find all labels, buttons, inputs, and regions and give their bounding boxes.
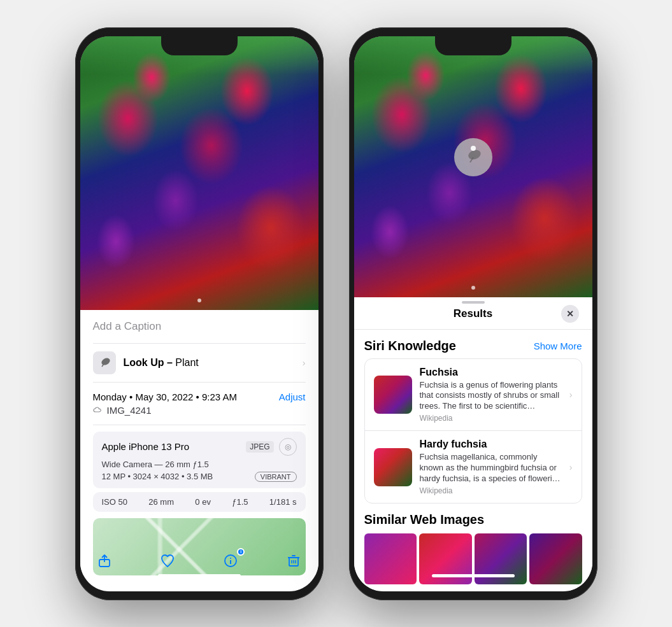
- lookup-chevron-icon: ›: [303, 358, 306, 368]
- hardy-name: Hardy fuchsia: [420, 439, 562, 450]
- info-button[interactable]: [219, 549, 242, 572]
- bottom-toolbar: [80, 549, 318, 572]
- right-screen: Results ✕ Siri Knowledge Show More: [354, 36, 592, 591]
- flower-background: [80, 36, 318, 310]
- lookup-label: Look Up – Plant: [124, 357, 199, 369]
- results-title: Results: [454, 307, 492, 320]
- device-row: Apple iPhone 13 Pro JPEG ◎ Wide Camera —…: [93, 432, 306, 488]
- camera-spec: Wide Camera — 26 mm ƒ1.5: [102, 460, 297, 469]
- filename-text: IMG_4241: [107, 405, 152, 416]
- vibrant-badge: VIBRANT: [255, 472, 297, 482]
- resolution-text: 12 MP • 3024 × 4032 • 3.5 MB: [102, 472, 213, 481]
- fuchsia-thumb-img: [374, 376, 412, 414]
- device-name: Apple iPhone 13 Pro: [102, 441, 190, 452]
- favorite-button[interactable]: [156, 549, 179, 572]
- location-icon: ◎: [279, 438, 297, 456]
- device-badges: JPEG ◎: [246, 438, 296, 456]
- photo-page-dot: [197, 299, 201, 302]
- device-top: Apple iPhone 13 Pro JPEG ◎: [102, 438, 297, 456]
- siri-knowledge-section: Siri Knowledge Show More Fuchsia Fuchsia…: [354, 330, 592, 504]
- left-screen: Add a Caption Look Up – Plant › Monday •…: [80, 36, 318, 591]
- exif-iso: ISO 50: [102, 497, 127, 507]
- resolution-row: 12 MP • 3024 × 4032 • 3.5 MB VIBRANT: [102, 472, 297, 482]
- left-phone: Add a Caption Look Up – Plant › Monday •…: [75, 27, 324, 600]
- fuchsia-name: Fuchsia: [420, 367, 562, 378]
- delete-button[interactable]: [282, 549, 305, 572]
- info-icon: [223, 553, 238, 568]
- right-phone: Results ✕ Siri Knowledge Show More: [349, 27, 597, 600]
- fuchsia-source: Wikipedia: [420, 414, 562, 423]
- show-more-button[interactable]: Show More: [534, 341, 582, 351]
- fuchsia-chevron-icon: ›: [569, 390, 573, 400]
- results-header: Results ✕: [354, 297, 592, 330]
- notch-right: [435, 36, 511, 55]
- similar-img-4[interactable]: [529, 533, 582, 584]
- home-bar-left: [158, 574, 241, 577]
- siri-bubble: [454, 138, 492, 176]
- home-bar-right: [432, 574, 515, 577]
- hardy-desc: Fuchsia magellanica, commonly known as t…: [420, 452, 562, 484]
- siri-dot: [471, 146, 476, 151]
- close-button[interactable]: ✕: [561, 305, 579, 323]
- lookup-icon-wrap: [93, 351, 116, 374]
- caption-area[interactable]: Add a Caption: [93, 310, 306, 344]
- exif-aperture: ƒ1.5: [232, 497, 248, 507]
- svg-point-0: [100, 356, 111, 367]
- info-panel: Add a Caption Look Up – Plant › Monday •…: [80, 310, 318, 575]
- fuchsia-thumbnail: [374, 376, 412, 414]
- svg-point-6: [230, 558, 231, 559]
- siri-leaf-icon: [464, 148, 482, 166]
- exif-mm: 26 mm: [148, 497, 174, 507]
- caption-placeholder: Add a Caption: [93, 320, 162, 332]
- knowledge-item-hardy[interactable]: Hardy fuchsia Fuchsia magellanica, commo…: [365, 431, 582, 503]
- format-badge: JPEG: [246, 441, 273, 453]
- exif-row: ISO 50 26 mm 0 ev ƒ1.5 1/181 s: [93, 492, 306, 512]
- fuchsia-desc: Fuchsia is a genus of flowering plants t…: [420, 380, 562, 412]
- leaf-icon: [98, 356, 111, 369]
- results-panel: Results ✕ Siri Knowledge Show More: [354, 297, 592, 591]
- share-icon: [97, 553, 112, 568]
- filename-row: IMG_4241: [93, 405, 306, 416]
- cloud-icon: [93, 406, 103, 414]
- fuchsia-text: Fuchsia Fuchsia is a genus of flowering …: [420, 367, 562, 423]
- drag-handle: [462, 301, 485, 304]
- trash-icon: [286, 553, 301, 568]
- hardy-thumb-img: [374, 448, 412, 486]
- knowledge-item-fuchsia[interactable]: Fuchsia Fuchsia is a genus of flowering …: [365, 359, 582, 432]
- photo-area-right: [354, 36, 592, 297]
- photo-area-left: [80, 36, 318, 310]
- heart-icon: [160, 553, 175, 568]
- lookup-row[interactable]: Look Up – Plant ›: [93, 344, 306, 383]
- exif-shutter: 1/181 s: [269, 497, 297, 507]
- notch: [161, 36, 238, 55]
- share-button[interactable]: [93, 549, 116, 572]
- hardy-source: Wikipedia: [420, 486, 562, 495]
- similar-web-title: Similar Web Images: [364, 504, 582, 533]
- hardy-thumbnail: [374, 448, 412, 486]
- photo-page-dot-right: [471, 286, 475, 290]
- meta-row: Monday • May 30, 2022 • 9:23 AM Adjust I…: [93, 383, 306, 425]
- similar-img-1[interactable]: [364, 533, 417, 584]
- date-text: Monday • May 30, 2022 • 9:23 AM: [93, 391, 237, 402]
- meta-date: Monday • May 30, 2022 • 9:23 AM Adjust: [93, 391, 306, 402]
- siri-section-header: Siri Knowledge Show More: [364, 330, 582, 358]
- siri-section-title: Siri Knowledge: [364, 339, 456, 353]
- hardy-text: Hardy fuchsia Fuchsia magellanica, commo…: [420, 439, 562, 495]
- exif-ev: 0 ev: [195, 497, 211, 507]
- adjust-button[interactable]: Adjust: [279, 391, 306, 402]
- knowledge-card: Fuchsia Fuchsia is a genus of flowering …: [364, 358, 582, 504]
- info-blue-badge: [237, 548, 245, 556]
- similar-web-section: Similar Web Images: [354, 504, 592, 591]
- hardy-chevron-icon: ›: [569, 462, 573, 472]
